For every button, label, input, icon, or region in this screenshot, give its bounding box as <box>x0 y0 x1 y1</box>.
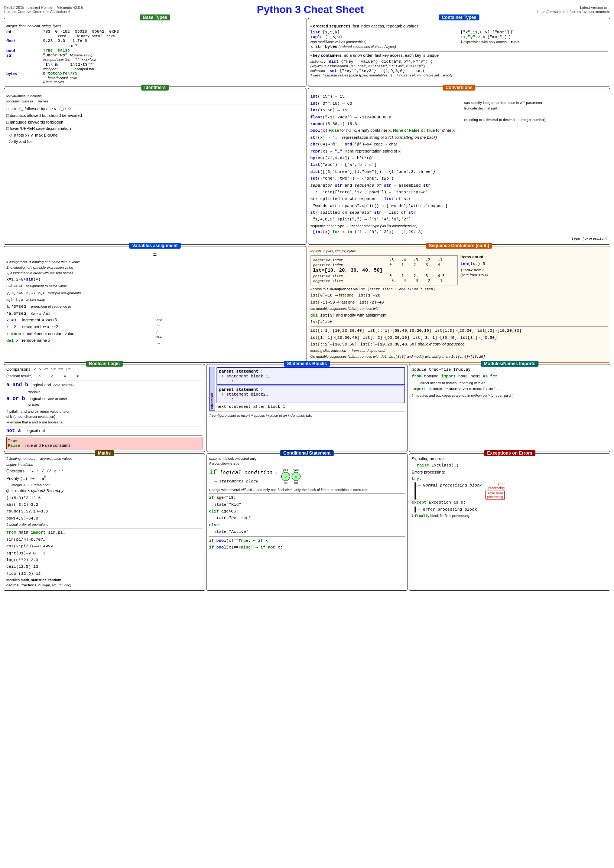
sequences-grid: list [1,5,9] tuple (1,5,9) Non modifiabl… <box>311 30 608 44</box>
missing-slice: Missing slice indication → from start / … <box>311 348 608 353</box>
comparisons: Comparisons : < > <= >= == != <box>6 367 202 373</box>
except-stmt: except Exception as e: <box>412 499 608 505</box>
math-ex3: round(3.57,1)→3.6 <box>6 508 202 515</box>
seq-cont-title2: Sequence Containers (cont.) <box>426 243 492 249</box>
usual-order: ‡ usual order of operations <box>6 522 202 527</box>
row2: Identifiers for variables, functions,mod… <box>4 88 610 244</box>
id-rule1: a…zA…Z_ followed by a…zA…Z_0…9 <box>6 106 304 112</box>
try-block: → Normal procesising block error process… <box>412 482 608 499</box>
container-types-title: Container Types <box>439 14 479 20</box>
seq-for: for lists, tuples, strings, bytes… <box>311 249 608 253</box>
indentation-label: indentation <box>209 367 215 411</box>
try-stmt: try: <box>412 476 608 482</box>
int-div: integer ÷ → ÷ remainder <box>6 482 202 487</box>
signaling: Signaling an error: <box>412 456 608 462</box>
ceil: ceil(12.5)→13 <box>6 564 202 570</box>
id-rule3: □ language keywords forbidden <box>6 119 304 125</box>
next-stmt: next statement after block 1 <box>216 404 405 410</box>
true-false-box: TrueFalse True and False constants <box>6 437 202 450</box>
dict-note: (key/value associations) {1:"one",3:"thr… <box>311 64 608 68</box>
type-expression: type (expression) <box>311 236 608 241</box>
set-row: collection set {"key1","key2"} {1,9,3,0}… <box>311 68 608 73</box>
identifiers-title: Identifiers <box>141 85 169 91</box>
variables-title: Variables assignment <box>129 243 181 249</box>
cond-desc: statement block executed onlyif a condit… <box>209 456 405 466</box>
modules-path: ‡ modules and packages searched in pytho… <box>412 393 608 398</box>
matrix-op: @ → matrix × python3.5+numpy <box>6 488 202 494</box>
base-types-table: int 783 0 -192 0b010 0o642 0xF3 zero bin… <box>6 29 304 84</box>
conditional-title: Conditional Statement <box>280 450 334 456</box>
assign-ex3: y,z,r=9.2,-7.6,0 multiple assignments <box>6 290 304 296</box>
row5: Maths ‡ floating numbers… approximated v… <box>4 454 610 591</box>
assign-ex6: *a,b=seq ↑ item and list <box>6 311 304 316</box>
maths-title: Maths <box>95 450 113 456</box>
assign-ex1: x=1.2+8+sin(y) <box>6 276 304 282</box>
id-rule4: □ lower/UPPER case discrimination <box>6 126 304 131</box>
augmented-assign: x+=3 increment ⇔ x=x+3 x-=2 decrement ⇔ … <box>6 317 304 346</box>
conversions-grid: int("15") → 15 int("3f",16) → 63 int(15.… <box>311 93 608 236</box>
priority: Priority (…) ×÷ ↑ ab <box>6 475 202 482</box>
module-truc: module truc⇔file truc.py <box>412 367 608 373</box>
bool-results: (boolean results) ≤ ≥ = ≠ <box>6 374 202 378</box>
editor-note: ‡ configure editor to insert 4 spaces in… <box>209 413 405 418</box>
exceptions-title: Exceptions on Errors <box>484 450 535 456</box>
pitfall: ‡ pitfall : and and or return value of a… <box>6 409 202 419</box>
from-math: from math import sin,pi… <box>6 530 202 535</box>
mutable-del-assign: On mutable sequences (list), remove with… <box>311 354 608 359</box>
statements-section: Statements Blocks indentation parent sta… <box>207 364 408 452</box>
header-left: ©2012-2015 - Laurent Pointal Mémento v2.… <box>4 6 83 14</box>
str-bytes-note: ↘ str bytes (ordered sequences of chars … <box>311 44 608 50</box>
assign-ex5: a,*b=seq ↑ unpacking of sequence in <box>6 304 304 310</box>
maths-section: Maths ‡ floating numbers… approximated v… <box>4 454 205 591</box>
exceptions-section: Exceptions on Errors Signaling an error:… <box>409 454 610 591</box>
assign-rule1: 1) evaluation of right side expression v… <box>6 265 304 270</box>
maths-subtitle2: angles in radians <box>6 462 202 467</box>
assign-ex4: a,b=b,a values swap <box>6 297 304 303</box>
dict-row: dictionary dict {"key":"value"} dict(a=3… <box>311 59 608 64</box>
index-from-0: ‡ index from 0(here from 0 to 4) <box>460 268 608 277</box>
parent-stmt1: parent statement : ↑ statement block 1… … <box>216 367 405 385</box>
container-types-section: Container Types ▪ ordered sequences, fas… <box>308 18 611 87</box>
conditional-section: Conditional Statement statement block ex… <box>207 454 408 591</box>
identifiers-section: Identifiers for variables, functions,mod… <box>4 88 306 244</box>
indexing-examples: lst[0]→10 ⇒ first one lst[1]→20 lst[-1]→… <box>311 293 608 325</box>
sequence-placeholder: Sequence Containers (cont.) for lists, t… <box>308 246 611 363</box>
identifiers-subtitle: for variables, functions,modules, classe… <box>6 93 304 104</box>
seq-info: negative index-5-4-3-2-1 positive index0… <box>311 254 608 293</box>
header-right: Latest version on : https://perso.limsi.… <box>538 6 610 14</box>
maths-subtitle: ‡ floating numbers… approximated values <box>6 456 202 461</box>
math-ex2: abs(-3.2)→3.2 <box>6 502 202 508</box>
items-count-label: Items count <box>460 254 608 260</box>
id-bad: ☹ 8y and for <box>6 139 304 144</box>
direct-access: →direct access to names, renaming with a… <box>412 380 608 385</box>
if-statement-display: if logical condition : → statements bloc… <box>209 468 405 485</box>
mutable-remove: On mutable sequences (list), remove with <box>311 306 608 312</box>
boolean-section: Boolean Logic Comparisons : < > <= >= ==… <box>4 364 205 452</box>
stmt-content: indentation parent statement : ↑ stateme… <box>209 367 405 411</box>
not-op: not a logical not <box>6 428 202 434</box>
conversions-title: Conversions <box>442 85 476 91</box>
assign-rule2: 2) assignment in order with left side na… <box>6 271 304 275</box>
modules-title: Modules/Names Imports <box>481 361 539 367</box>
key-containers-header: ▪ key containers, no a priori order, fas… <box>311 53 608 58</box>
variables-section: Variables assignment = ‡ assignment ⇔ bi… <box>4 246 306 363</box>
if-age-example: if age<=18: state="Kid" elif age>65: sta… <box>209 494 405 535</box>
row1: Base Types integer, float, boolean, stri… <box>4 18 610 87</box>
math-ex4: pow(4,3)→64.0 <box>6 515 202 521</box>
page-title: Python 3 Cheat Sheet <box>83 4 538 16</box>
log: log(e**2)→2.0 <box>6 557 202 563</box>
except-block: → error processing block <box>415 507 608 513</box>
floor: floor(12.5)→12 <box>6 571 202 577</box>
modules-section: Modules/Names Imports module truc⇔file t… <box>409 364 610 452</box>
or-op: a or b logical or one or other or both <box>6 395 202 408</box>
base-types-section: Base Types integer, float, boolean, stri… <box>4 18 306 87</box>
boolean-title: Boolean Logic <box>86 361 123 367</box>
math-modules: modules math, statistics, random,decimal… <box>6 577 202 587</box>
math-ex1: (1+5.3)*2→12.6 <box>6 495 202 501</box>
bool-shorthand: if bool(x)==True: ⇔ if x: if bool(x)==Fa… <box>209 538 405 551</box>
parent-stmt2: parent statement : ↑ statement block2… : <box>216 386 405 403</box>
and-op: a and b logical and both simulta- neousl… <box>6 381 202 394</box>
ensure: ⇒ ensure that a and b are booleans. <box>6 420 202 425</box>
sub-seq-note: Access to sub-sequences via lst [start s… <box>311 287 458 292</box>
row4: Boolean Logic Comparisons : < > <= >= ==… <box>4 364 610 452</box>
